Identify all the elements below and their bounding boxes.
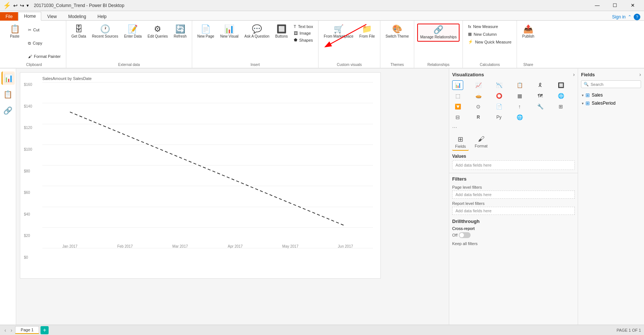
tab-file[interactable]: File	[0, 12, 18, 21]
page-tabs-bar: ‹ › Page 1 + PAGE 1 OF 1	[0, 325, 644, 335]
add-page-button[interactable]: +	[41, 326, 49, 334]
from-file-icon: 📁	[362, 25, 372, 33]
viz-icon-ribbon[interactable]: 🎗	[535, 80, 546, 90]
field-sales-table[interactable]: ▾ ⊞ Sales	[581, 91, 641, 99]
viz-icons-grid: 📊 📈 📉 📋 🎗 🔲 ⬚ 🥧 ⭕ ▦ 🗺 🌐 🔽 ⊙ 📄 ↑ 🔧 ⊞ ⊟	[452, 80, 575, 122]
cross-report-row: Cross-report	[452, 226, 575, 231]
viz-fields-tab[interactable]: ⊞ Fields	[452, 134, 469, 151]
viz-icon-slicer[interactable]: 🔧	[535, 102, 546, 111]
toggle-track[interactable]	[459, 232, 471, 238]
sidebar-report-icon[interactable]: 📊	[1, 71, 15, 85]
viz-icon-area[interactable]: 📉	[493, 80, 504, 90]
sidebar-data-icon[interactable]: 📋	[1, 88, 15, 101]
viz-more[interactable]: ···	[452, 124, 575, 131]
text-box-button[interactable]: T Text box	[292, 24, 316, 29]
field-salesperiod-table[interactable]: ▾ ⊞ SalesPeriod	[581, 99, 641, 107]
fields-panel: Fields › 🔍 ▾ ⊞ Sales ▾ ⊞ SalesPeriod	[578, 69, 644, 325]
viz-format-tab[interactable]: 🖌 Format	[472, 134, 490, 151]
bars-container: Jan 2017 Feb 2017 Mar 2017 Apr 2017	[42, 83, 373, 248]
new-page-button[interactable]: 📄 New Page	[195, 24, 217, 40]
shapes-button[interactable]: ⬟ Shapes	[292, 37, 316, 43]
from-marketplace-button[interactable]: 🛒 From Marketplace	[321, 24, 356, 40]
format-tab-icon: 🖌	[478, 135, 485, 143]
viz-icon-python[interactable]: Py	[493, 112, 504, 122]
viz-icon-donut[interactable]: ⭕	[493, 91, 504, 101]
buttons-button[interactable]: 🔲 Buttons	[273, 24, 290, 40]
viz-icon-bar[interactable]: 📊	[452, 80, 463, 90]
viz-icon-gauge[interactable]: ⊙	[473, 102, 484, 111]
tab-home[interactable]: Home	[18, 12, 41, 21]
switch-theme-button[interactable]: 🎨 Switch Theme	[383, 24, 411, 40]
publish-button[interactable]: 📤 Publish	[520, 24, 536, 40]
fields-search-input[interactable]	[591, 82, 638, 87]
tab-help[interactable]: Help	[92, 12, 112, 21]
toggle-thumb	[460, 233, 464, 237]
manage-relationships-button[interactable]: 🔗 Manage Relationships	[417, 24, 460, 42]
fields-filters-panel: Filters Page level filters Add data fiel…	[449, 173, 578, 325]
user-chevron[interactable]: ⌃	[628, 14, 631, 20]
page-status: PAGE 1 OF 1	[617, 328, 641, 332]
cut-button[interactable]: ✂ Cut	[26, 27, 63, 33]
viz-icon-pie[interactable]: 🥧	[473, 91, 484, 101]
viz-icon-line[interactable]: 📈	[473, 80, 484, 90]
fields-expand-icon[interactable]: ›	[639, 71, 641, 77]
chart-container[interactable]: SalesAmount by SalesDate $0 $20 $40 $60 …	[20, 72, 381, 279]
minimize-button[interactable]: —	[589, 0, 606, 11]
page-level-add-fields[interactable]: Add data fields here	[452, 191, 575, 199]
fields-search-box[interactable]: 🔍	[581, 80, 641, 88]
edit-queries-button[interactable]: ⚙ Edit Queries	[145, 24, 170, 40]
viz-icon-waterfall[interactable]: 🔲	[555, 80, 566, 90]
cross-report-toggle[interactable]: Off	[452, 232, 575, 238]
viz-icon-scatter[interactable]: ⬚	[452, 91, 463, 101]
viz-icon-funnel[interactable]: 🔽	[452, 102, 463, 111]
new-visual-icon: 📊	[224, 25, 234, 33]
filters-section: Filters Page level filters Add data fiel…	[452, 176, 575, 215]
copy-button[interactable]: ⧉ Copy	[26, 40, 63, 46]
recent-sources-button[interactable]: 🕐 Recent Sources	[90, 24, 120, 40]
chevron-down-icon: ▾	[582, 93, 584, 97]
viz-icon-table[interactable]: ⊞	[555, 102, 566, 111]
refresh-button[interactable]: 🔄 Refresh	[172, 24, 189, 40]
viz-icon-filled-map[interactable]: 🌐	[555, 91, 566, 101]
from-file-button[interactable]: 📁 From File	[357, 24, 377, 40]
viz-icon-kpi[interactable]: ↑	[514, 102, 525, 111]
viz-expand-icon[interactable]: ›	[573, 71, 575, 77]
add-values-fields[interactable]: Add data fields here	[452, 160, 575, 170]
title-text: 20171030_Column_Trend - Power BI Desktop	[34, 3, 124, 8]
quick-access-pin[interactable]: ▾	[27, 3, 29, 8]
ask-question-button[interactable]: 💬 Ask A Question	[242, 24, 272, 40]
new-visual-button[interactable]: 📊 New Visual	[218, 24, 241, 40]
get-data-button[interactable]: 🗄 Get Data	[69, 24, 88, 40]
maximize-button[interactable]: ☐	[606, 0, 623, 11]
enter-data-button[interactable]: 📝 Enter Data	[122, 24, 144, 40]
viz-icon-map[interactable]: 🗺	[535, 91, 546, 101]
viz-icon-combo[interactable]: 📋	[514, 80, 525, 90]
sign-in-link[interactable]: Sign in	[612, 14, 626, 20]
title-bar: ⚡ ↩ ↪ ▾ 20171030_Column_Trend - Power BI…	[0, 0, 644, 11]
new-column-button[interactable]: ▦ New Column	[466, 31, 514, 37]
share-group: 📤 Publish Share	[517, 21, 539, 68]
quick-access-undo[interactable]: ↩	[13, 3, 18, 8]
page-tab-1[interactable]: Page 1	[15, 326, 39, 334]
sidebar-relationships-icon[interactable]: 🔗	[1, 104, 15, 117]
format-painter-button[interactable]: 🖌 Format Painter	[26, 53, 63, 59]
help-icon[interactable]: ?	[634, 14, 640, 20]
page-prev-button[interactable]: ‹	[3, 327, 8, 334]
close-button[interactable]: ✕	[624, 0, 641, 11]
report-level-filter-label: Report level filters	[452, 200, 575, 207]
page-next-button[interactable]: ›	[9, 327, 14, 334]
quick-access-redo[interactable]: ↪	[20, 3, 24, 8]
paste-button[interactable]: 📋 Paste	[5, 24, 24, 63]
tab-modeling[interactable]: Modeling	[63, 12, 92, 21]
viz-icon-r[interactable]: R	[473, 112, 484, 122]
new-measure-button[interactable]: fx New Measure	[466, 24, 514, 29]
tab-view[interactable]: View	[42, 12, 62, 21]
report-level-add-fields[interactable]: Add data fields here	[452, 207, 575, 215]
viz-icon-treemap[interactable]: ▦	[514, 91, 525, 101]
get-data-icon: 🗄	[75, 25, 83, 33]
image-button[interactable]: 🖼 Image	[292, 30, 316, 36]
new-quick-measure-button[interactable]: ⚡ New Quick Measure	[466, 39, 514, 45]
viz-icon-card[interactable]: 📄	[493, 102, 504, 111]
viz-icon-custom[interactable]: 🌐	[514, 112, 525, 122]
viz-icon-matrix[interactable]: ⊟	[452, 112, 463, 122]
